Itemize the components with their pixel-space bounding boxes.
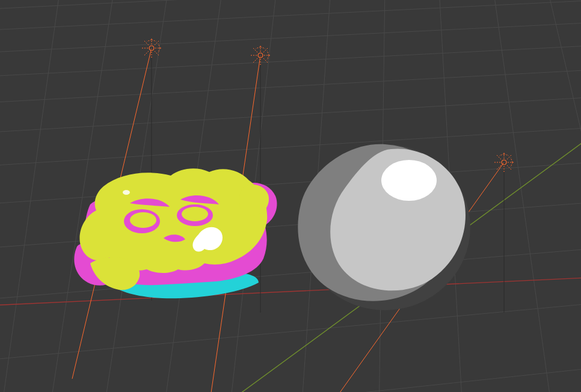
viewport-canvas[interactable]: [0, 0, 581, 392]
svg-line-12: [0, 0, 60, 392]
mesh-sphere[interactable]: [298, 144, 470, 310]
svg-point-46: [182, 207, 208, 221]
svg-line-10: [0, 297, 581, 366]
svg-line-21: [547, 0, 581, 392]
svg-line-6: [0, 123, 581, 170]
svg-line-1: [0, 0, 581, 33]
svg-line-5: [0, 93, 581, 136]
svg-line-11: [0, 361, 581, 392]
svg-point-45: [130, 212, 156, 228]
3d-viewport[interactable]: [0, 0, 581, 392]
svg-point-42: [381, 160, 437, 201]
svg-point-47: [123, 190, 130, 195]
mesh-suzanne[interactable]: [74, 168, 277, 298]
svg-line-0: [0, 0, 581, 12]
svg-line-4: [0, 66, 581, 106]
floor-grid: [0, 0, 581, 392]
svg-line-2: [0, 19, 581, 55]
svg-line-20: [493, 0, 553, 392]
